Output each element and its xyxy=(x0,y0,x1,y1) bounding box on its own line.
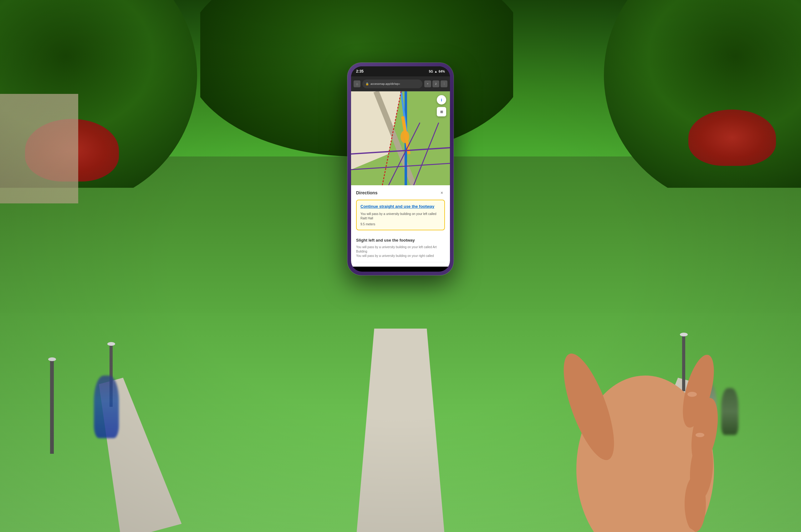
url-text: accessmap.app/dir/wp= xyxy=(370,82,400,86)
signal-5g-icon: 5G xyxy=(429,70,433,73)
hand-holding-phone xyxy=(526,250,761,532)
direction-step-2-description2: You will pass by a university building o… xyxy=(356,254,445,258)
hand-svg xyxy=(526,250,761,532)
map-svg xyxy=(351,91,450,185)
map-view[interactable]: i ⊞ xyxy=(351,91,450,185)
knuckle-1 xyxy=(687,392,697,397)
map-layers-button[interactable]: ⊞ xyxy=(437,107,446,116)
browser-url-bar[interactable]: 🔒 accessmap.app/dir/wp= xyxy=(362,79,422,88)
browser-home-button[interactable]: ⌂ xyxy=(354,80,360,87)
finger-pinky xyxy=(685,476,706,532)
status-icons: 5G ▲ 64% xyxy=(429,70,445,73)
browser-actions: + 2 ⋮ xyxy=(424,80,447,87)
overflow-icon: ⋮ xyxy=(443,82,445,86)
wifi-icon: ▲ xyxy=(434,70,437,73)
tab-count: 2 xyxy=(435,82,437,86)
direction-step-2-description: You will pass by a university building o… xyxy=(356,245,445,254)
add-tab-button[interactable]: + xyxy=(424,80,431,87)
knuckle-2 xyxy=(695,433,704,437)
lock-icon: 🔒 xyxy=(365,82,369,86)
tab-count-button[interactable]: 2 xyxy=(433,80,439,87)
map-path-purple-diagonal-2 xyxy=(414,123,439,185)
directions-panel: Directions × Continue straight and use t… xyxy=(351,185,450,267)
info-icon: i xyxy=(441,98,442,102)
browser-chrome: ⌂ 🔒 accessmap.app/dir/wp= + 2 ⋮ xyxy=(351,76,450,91)
overflow-menu-button[interactable]: ⋮ xyxy=(441,80,447,87)
map-info-button[interactable]: i xyxy=(437,95,446,104)
direction-step-1-description: You will pass by a university building o… xyxy=(360,212,441,221)
status-bar: 2:35 5G ▲ 64% xyxy=(351,66,450,76)
direction-step-2-title: Slight left and use the footway xyxy=(356,238,445,243)
direction-step-1-title: Continue straight and use the footway xyxy=(360,204,441,209)
directions-header: Directions × xyxy=(356,190,445,196)
phone-device: 2:35 5G ▲ 64% ⌂ 🔒 accessmap.app/dir/wp= xyxy=(347,62,454,276)
status-time: 2:35 xyxy=(356,69,364,74)
directions-title: Directions xyxy=(356,190,377,195)
phone-outer-frame: 2:35 5G ▲ 64% ⌂ 🔒 accessmap.app/dir/wp= xyxy=(347,62,454,276)
close-icon: × xyxy=(441,190,443,195)
battery-icon: 64% xyxy=(439,70,445,73)
phone-screen: 2:35 5G ▲ 64% ⌂ 🔒 accessmap.app/dir/wp= xyxy=(351,66,450,272)
map-route-orange-highlight xyxy=(400,131,409,143)
layers-icon: ⊞ xyxy=(440,110,443,114)
add-icon: + xyxy=(427,82,428,86)
direction-step-1[interactable]: Continue straight and use the footway Yo… xyxy=(356,200,445,230)
directions-close-button[interactable]: × xyxy=(439,190,445,196)
home-icon: ⌂ xyxy=(356,82,358,86)
direction-step-1-distance: 9.5 meters xyxy=(360,223,441,226)
map-path-purple-2 xyxy=(351,163,450,170)
direction-step-2[interactable]: Slight left and use the footway You will… xyxy=(356,234,445,262)
